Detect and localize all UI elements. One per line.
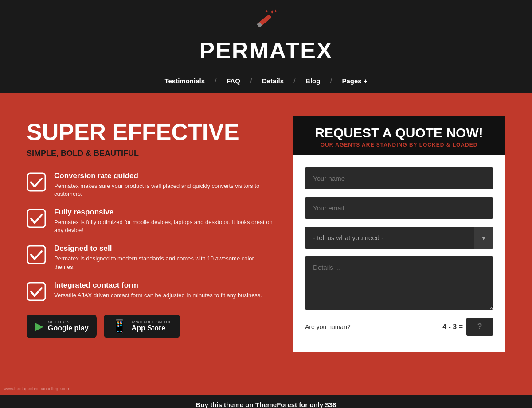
quote-header: REQUEST A QUOTE NOW! OUR AGENTS ARE STAN… [293, 116, 505, 155]
watermark: www.heritagechristiancollege.com [4, 386, 70, 391]
quote-box: REQUEST A QUOTE NOW! OUR AGENTS ARE STAN… [293, 116, 505, 352]
left-column: SUPER EFFECTIVE SIMPLE, BOLD & BEAUTIFUL… [27, 116, 275, 395]
nav-item-blog[interactable]: Blog [296, 77, 330, 85]
feature-item-sell: Designed to sell Permatex is designed to… [27, 244, 275, 271]
feature-desc-2: Permatex is fully optimized for mobile d… [54, 218, 275, 234]
app-store-name: App Store [132, 324, 172, 332]
google-play-text: GET IT ON Google play [48, 320, 89, 332]
feature-text-conversion: Conversion rate guided Permatex makes su… [54, 171, 275, 198]
captcha-equation-text: 4 - 3 = [442, 323, 463, 331]
feature-item-contact: Integrated contact form Versatile AJAX d… [27, 281, 275, 301]
checkmark-icon-2 [27, 209, 46, 228]
email-input[interactable] [305, 197, 493, 219]
select-wrap: - tell us what you need - Option 1 Optio… [305, 227, 493, 249]
logo-icon: ✦ ✦ ✦ [253, 9, 279, 34]
hero-title: SUPER EFFECTIVE [27, 120, 275, 144]
main-content: SUPER EFFECTIVE SIMPLE, BOLD & BEAUTIFUL… [0, 93, 532, 395]
feature-text-contact: Integrated contact form Versatile AJAX d… [54, 281, 262, 299]
checkmark-icon-3 [27, 245, 46, 264]
google-play-icon: ▶ [35, 319, 43, 333]
logo-title: PERMATEX [0, 37, 532, 64]
google-play-name: Google play [48, 324, 89, 332]
captcha-equation: 4 - 3 = [442, 318, 493, 336]
svg-text:✦: ✦ [265, 9, 268, 13]
need-select[interactable]: - tell us what you need - Option 1 Optio… [305, 227, 493, 249]
captcha-row: Are you human? 4 - 3 = [305, 318, 493, 336]
quote-title: REQUEST A QUOTE NOW! [306, 125, 492, 140]
main-nav: Testimonials / FAQ / Details / Blog / Pa… [0, 68, 532, 93]
checkmark-icon-4 [27, 282, 46, 301]
nav-item-details[interactable]: Details [252, 77, 293, 85]
nav-item-pages[interactable]: Pages + [332, 77, 377, 85]
checkmark-icon-1 [27, 172, 46, 192]
captcha-label: Are you human? [305, 323, 351, 330]
feature-text-sell: Designed to sell Permatex is designed to… [54, 244, 275, 271]
quote-form: - tell us what you need - Option 1 Optio… [293, 155, 505, 352]
feature-title-1: Conversion rate guided [54, 171, 275, 180]
feature-desc-4: Versatile AJAX driven contact form can b… [54, 291, 262, 299]
feature-title-4: Integrated contact form [54, 281, 262, 290]
hero-subtitle: SIMPLE, BOLD & BEAUTIFUL [27, 149, 275, 158]
quote-subtitle: OUR AGENTS ARE STANDING BY LOCKED & LOAD… [306, 142, 492, 148]
app-store-text: AVAILABLE ON THE App Store [132, 320, 172, 332]
store-buttons: ▶ GET IT ON Google play 📱 AVAILABLE ON T… [27, 315, 275, 338]
name-input[interactable] [305, 167, 493, 189]
feature-item-conversion: Conversion rate guided Permatex makes su… [27, 171, 275, 198]
captcha-input[interactable] [466, 318, 493, 336]
app-store-top-label: AVAILABLE ON THE [132, 320, 172, 324]
right-column: REQUEST A QUOTE NOW! OUR AGENTS ARE STAN… [293, 116, 505, 395]
app-store-icon: 📱 [112, 319, 127, 334]
google-play-button[interactable]: ▶ GET IT ON Google play [27, 315, 97, 338]
feature-text-responsive: Fully responsive Permatex is fully optim… [54, 208, 275, 234]
feature-title-2: Fully responsive [54, 208, 275, 217]
nav-item-faq[interactable]: FAQ [217, 77, 250, 85]
app-store-button[interactable]: 📱 AVAILABLE ON THE App Store [104, 315, 180, 338]
google-play-top-label: GET IT ON [48, 320, 89, 324]
feature-item-responsive: Fully responsive Permatex is fully optim… [27, 208, 275, 234]
feature-desc-3: Permatex is designed to modern standards… [54, 255, 275, 271]
nav-item-testimonials[interactable]: Testimonials [155, 77, 215, 85]
buy-banner[interactable]: Buy this theme on ThemeForest for only $… [0, 395, 532, 408]
header: ✦ ✦ ✦ PERMATEX Testimonials / FAQ / Deta… [0, 0, 532, 93]
svg-text:✦: ✦ [274, 9, 278, 13]
details-textarea[interactable] [305, 256, 493, 310]
feature-title-3: Designed to sell [54, 244, 275, 253]
feature-desc-1: Permatex makes sure your product is well… [54, 182, 275, 198]
